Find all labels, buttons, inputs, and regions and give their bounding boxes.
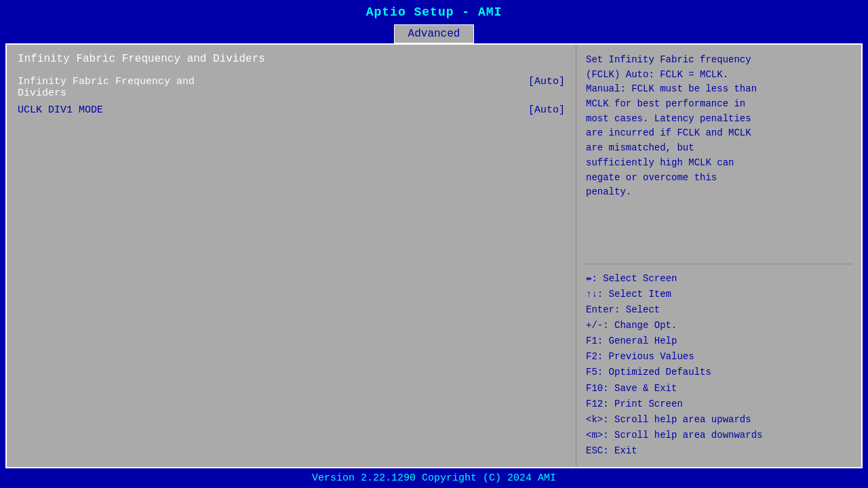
footer: Version 2.22.1290 Copyright (C) 2024 AMI <box>5 468 863 488</box>
key-help: ⇹: Select Screen ↑↓: Select Item Enter: … <box>586 271 852 459</box>
key-binding-enter: Enter: Select <box>586 302 852 318</box>
left-panel: Infinity Fabric Frequency and Dividers I… <box>7 45 576 467</box>
menu-item-uclk-value: [Auto] <box>528 104 565 116</box>
key-binding-scroll-down: <m>: Scroll help area downwards <box>586 428 852 443</box>
section-title: Infinity Fabric Frequency and Dividers <box>18 53 565 65</box>
key-binding-select-item: ↑↓: Select Item <box>586 287 852 302</box>
key-binding-f2: F2: Previous Values <box>586 349 852 365</box>
footer-text: Version 2.22.1290 Copyright (C) 2024 AMI <box>312 472 556 484</box>
right-panel: Set Infinity Fabric frequency(FCLK) Auto… <box>576 45 861 467</box>
tab-bar: Advanced <box>0 22 868 43</box>
key-binding-change-opt: +/-: Change Opt. <box>586 318 852 333</box>
app-title: Aptio Setup - AMI <box>366 5 502 19</box>
key-binding-select-screen: ⇹: Select Screen <box>586 271 852 287</box>
title-bar: Aptio Setup - AMI <box>0 0 868 22</box>
menu-item-infinity-fabric[interactable]: Infinity Fabric Frequency and Dividers [… <box>18 76 565 99</box>
menu-item-uclk-label: UCLK DIV1 MODE <box>18 104 103 116</box>
key-binding-f1: F1: General Help <box>586 333 852 349</box>
menu-item-infinity-fabric-label: Infinity Fabric Frequency and Dividers <box>18 76 195 99</box>
menu-item-uclk[interactable]: UCLK DIV1 MODE [Auto] <box>18 104 565 116</box>
key-binding-esc: ESC: Exit <box>586 443 852 459</box>
help-text: Set Infinity Fabric frequency(FCLK) Auto… <box>586 53 852 257</box>
key-binding-scroll-up: <k>: Scroll help area upwards <box>586 412 852 428</box>
main-content: Infinity Fabric Frequency and Dividers I… <box>5 43 863 468</box>
key-binding-f5: F5: Optimized Defaults <box>586 365 852 380</box>
menu-item-infinity-fabric-value: [Auto] <box>528 76 565 87</box>
key-binding-f10: F10: Save & Exit <box>586 381 852 396</box>
tab-advanced[interactable]: Advanced <box>394 24 475 43</box>
tab-advanced-label: Advanced <box>408 28 460 40</box>
key-binding-f12: F12: Print Screen <box>586 396 852 412</box>
help-divider <box>586 264 852 264</box>
